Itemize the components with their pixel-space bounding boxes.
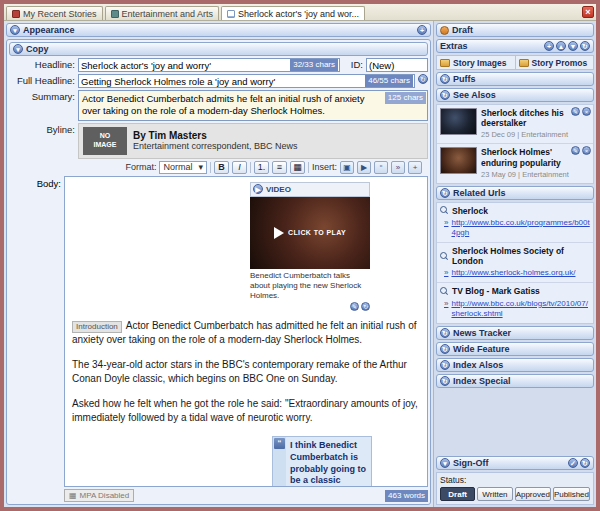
byline-row: Byline: NO IMAGE By Tim Masters Entertai… — [9, 123, 428, 159]
toggle-icon[interactable]: ↻ — [440, 328, 450, 338]
related-url[interactable]: http://www.bbc.co.uk/blogs/tv/2010/07/sh… — [451, 299, 590, 319]
move-up-icon[interactable]: ▲ — [556, 41, 566, 51]
related-url[interactable]: http://www.bbc.co.uk/programmes/b00t4pgh — [451, 218, 590, 238]
body-row: Body: ▶ VIDEO CLICK TO PLAY Benedict — [9, 176, 428, 487]
appearance-section-header[interactable]: ▾ Appearance + — [6, 23, 431, 37]
embedded-video-block[interactable]: ▶ VIDEO CLICK TO PLAY Benedict Cumberbat… — [250, 182, 370, 311]
embedded-quote-block[interactable]: “ I think Benedict Cumberbatch is probab… — [272, 436, 372, 487]
table-icon[interactable]: ▦ — [290, 161, 305, 174]
draft-status-icon — [440, 26, 449, 35]
main-area: ▾ Appearance + ▾ Copy Headline: Sherlock… — [4, 21, 596, 507]
headline-label: Headline: — [9, 58, 75, 70]
index-alsos-header[interactable]: ↻ Index Alsos — [436, 358, 594, 372]
toggle-icon[interactable]: ↻ — [440, 90, 450, 100]
insert-image-icon[interactable]: ▣ — [340, 161, 354, 174]
add-icon[interactable]: + — [544, 41, 554, 51]
id-field[interactable]: (New) — [366, 58, 428, 72]
no-image-text: IMAGE — [94, 141, 117, 149]
numbered-list-icon[interactable]: 1. — [254, 161, 269, 174]
toggle-icon[interactable]: ↻ — [440, 360, 450, 370]
related-urls-header[interactable]: ↻ Related Urls — [436, 186, 594, 200]
tab-entertainment-and-arts[interactable]: Entertainment and Arts — [105, 6, 220, 20]
related-url[interactable]: http://www.sherlock-holmes.org.uk/ — [451, 268, 575, 278]
tab-my-recent-stories[interactable]: My Recent Stories — [6, 6, 103, 20]
insert-link-icon[interactable]: » — [391, 161, 405, 174]
format-select[interactable]: Normal ▾ — [159, 161, 207, 174]
puffs-header[interactable]: ↻ Puffs — [436, 72, 594, 86]
summary-textarea[interactable]: 125 chars Actor Benedict Cumberbatch adm… — [78, 90, 428, 121]
insert-video-icon[interactable]: ▶ — [357, 161, 371, 174]
list-item[interactable]: ✎ × Sherlock Holmes' enduring popularity… — [437, 143, 593, 182]
toggle-icon[interactable]: ↻ — [440, 376, 450, 386]
move-down-icon[interactable]: ▼ — [568, 41, 578, 51]
appearance-title: Appearance — [23, 25, 75, 35]
status-draft-button[interactable]: Draft — [440, 487, 475, 501]
status-approved-button[interactable]: Approved — [515, 487, 551, 501]
see-alsos-header[interactable]: ↻ See Alsos — [436, 88, 594, 102]
summary-label: Summary: — [9, 90, 75, 102]
copy-section-header[interactable]: ▾ Copy — [9, 42, 428, 56]
id-value: (New) — [369, 60, 394, 71]
toggle-icon[interactable]: ↻ — [440, 188, 450, 198]
bullet-list-icon[interactable]: ≡ — [272, 161, 287, 174]
insert-more-icon[interactable]: + — [408, 161, 422, 174]
headline-input[interactable]: Sherlock actor's 'joy and worry' 32/33 c… — [78, 58, 340, 72]
sign-off-header[interactable]: ▾ Sign-Off ✓ ↻ — [436, 456, 594, 470]
copy-title: Copy — [26, 44, 49, 54]
collapse-icon[interactable]: ▾ — [13, 44, 23, 54]
edit-icon[interactable]: ✎ — [350, 302, 359, 311]
wide-feature-header[interactable]: ↻ Wide Feature — [436, 342, 594, 356]
tab-label: Entertainment and Arts — [122, 9, 214, 19]
status-written-button[interactable]: Written — [477, 487, 512, 501]
italic-button[interactable]: I — [232, 161, 247, 174]
bold-button[interactable]: B — [214, 161, 229, 174]
remove-icon[interactable]: × — [582, 107, 591, 116]
tab-story-images[interactable]: Story Images — [437, 56, 515, 69]
mpa-status-badge: ▦ MPA Disabled — [64, 489, 134, 502]
story-page-icon — [227, 10, 235, 18]
refresh-icon[interactable]: ↻ — [361, 302, 370, 311]
video-thumbnail[interactable]: CLICK TO PLAY — [250, 197, 370, 269]
toggle-icon[interactable]: ↻ — [440, 344, 450, 354]
refresh-icon[interactable]: ↻ — [580, 41, 590, 51]
summary-value: Actor Benedict Cumberbatch admits he fel… — [82, 93, 424, 118]
status-published-button[interactable]: Published — [553, 487, 590, 501]
headline-value: Sherlock actor's 'joy and worry' — [81, 60, 211, 71]
toggle-icon[interactable]: ↻ — [440, 74, 450, 84]
extras-header[interactable]: Extras + ▲ ▼ ↻ — [436, 39, 594, 53]
toggle-icon[interactable]: ▾ — [440, 458, 450, 468]
mpa-label: MPA Disabled — [80, 491, 130, 500]
no-image-placeholder: NO IMAGE — [83, 127, 127, 155]
byline-label: Byline: — [9, 123, 75, 135]
collapse-icon[interactable]: ▾ — [10, 25, 20, 35]
body-editor[interactable]: ▶ VIDEO CLICK TO PLAY Benedict Cumberbat… — [64, 176, 428, 487]
remove-icon[interactable]: × — [582, 146, 591, 155]
list-item[interactable]: TV Blog - Mark Gatiss »http://www.bbc.co… — [437, 282, 593, 322]
check-icon[interactable]: ✓ — [568, 458, 578, 468]
search-icon — [440, 287, 449, 296]
draft-header[interactable]: Draft — [436, 23, 594, 37]
full-headline-input[interactable]: Getting Sherlock Holmes role a 'joy and … — [78, 74, 415, 88]
byline-box[interactable]: NO IMAGE By Tim Masters Entertainment co… — [78, 123, 428, 159]
list-item[interactable]: ✎ × Sherlock ditches his deerstalker 25 … — [437, 105, 593, 143]
format-toolbar: Format: Normal ▾ B I 1. ≡ ▦ Insert: ▣ ▶ — [9, 159, 428, 175]
video-tag-label: VIDEO — [266, 184, 291, 195]
edit-icon[interactable]: ✎ — [571, 146, 580, 155]
list-item[interactable]: Sherlock Holmes Society of London »http:… — [437, 242, 593, 282]
refresh-icon[interactable]: ↻ — [580, 458, 590, 468]
index-special-header[interactable]: ↻ Index Special — [436, 374, 594, 388]
section-title: News Tracker — [453, 328, 511, 338]
search-icon — [440, 206, 449, 215]
expand-icon[interactable]: + — [417, 25, 427, 35]
news-tracker-header[interactable]: ↻ News Tracker — [436, 326, 594, 340]
tab-sherlock-story[interactable]: Sherlock actor's 'joy and wor... — [221, 6, 365, 20]
edit-icon[interactable]: ✎ — [571, 107, 580, 116]
related-urls-title: Related Urls — [453, 188, 506, 198]
section-title: Index Special — [453, 376, 511, 386]
insert-quote-icon[interactable]: “ — [374, 161, 388, 174]
close-icon[interactable]: × — [582, 6, 594, 18]
tab-story-promos[interactable]: Story Promos — [515, 56, 594, 69]
list-item[interactable]: Sherlock »http://www.bbc.co.uk/programme… — [437, 203, 593, 242]
headline-row: Headline: Sherlock actor's 'joy and worr… — [9, 58, 428, 72]
refresh-icon[interactable]: ↻ — [418, 74, 428, 84]
